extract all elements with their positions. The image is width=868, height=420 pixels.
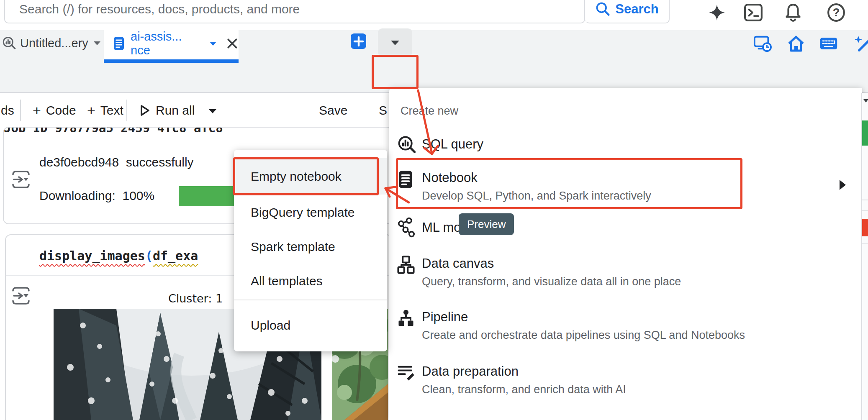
help-icon[interactable]: ? [826,3,846,23]
toolbar-divider [20,100,21,121]
notebook-icon [112,36,126,51]
minimap-line [862,200,868,200]
notifications-bell-icon[interactable] [783,3,803,23]
menu-item-label: Data preparation [422,364,519,379]
pipeline-icon [397,309,416,328]
submenu-chevron-icon[interactable] [838,179,847,191]
plus-icon [353,36,364,47]
menu-header: Create new [401,105,458,118]
add-code-button[interactable]: + Code [33,99,76,122]
output-line: de3f0ebcd948 successfully [39,155,194,169]
add-text-button[interactable]: + Text [87,99,123,122]
keyboard-icon[interactable] [819,34,838,53]
submenu-item-spark-template[interactable]: Spark template [234,230,387,264]
plus-icon: + [87,102,95,119]
tab-label: Untitled...ery [20,36,88,50]
new-tab-button[interactable] [351,33,366,49]
submenu-item-upload[interactable]: Upload [234,309,387,342]
menu-item-label: Data canvas [422,256,494,271]
caret-down-icon [863,99,868,103]
minimap-red-marker [862,219,868,236]
search-input[interactable]: Search (/) for resources, docs, products… [4,0,585,23]
data-canvas-icon [397,255,416,274]
toolbar-clipped-left-label: ds [1,103,14,118]
menu-item-pipeline[interactable]: Pipeline Create and orchestrate data pip… [389,309,862,351]
submenu-item-label: Empty notebook [251,169,342,184]
active-tab-underline [104,59,239,63]
data-preparation-icon [397,363,416,382]
notebook-icon [397,169,416,189]
tab-ai-assistance[interactable]: ai-assis... nce [104,24,239,63]
cloud-shell-icon[interactable] [743,3,763,23]
menu-item-label: SQL query [422,137,483,152]
menu-item-label: Notebook [422,170,478,185]
search-placeholder: Search (/) for resources, docs, products… [19,2,300,16]
minimap-green-marker [862,120,868,146]
menu-item-data-canvas[interactable]: Data canvas Query, transform, and visual… [389,255,862,297]
editor-scrollbar-gutter[interactable] [861,93,868,420]
minimap-line [862,243,868,244]
preview-badge: Preview [459,213,514,235]
output-toggle-icon[interactable] [11,285,31,306]
home-icon[interactable] [787,34,805,53]
sql-query-icon [2,36,16,50]
cluster-title: Cluster: 1 [149,292,241,305]
menu-item-description: Develop SQL, Python, and Spark interacti… [422,190,651,202]
menu-item-data-preparation[interactable]: Data preparation Clean, transform, and e… [389,363,862,405]
tab-untitled-query[interactable]: Untitled...ery [2,24,105,62]
code-argument: df_exa [153,248,198,263]
create-new-menu: Create new SQL query Notebook Develop SQ… [389,88,862,420]
chevron-down-icon[interactable] [208,41,218,46]
toolbar-clipped-left-button[interactable]: ds [1,99,14,122]
submenu-item-bigquery-template[interactable]: BigQuery template [234,196,387,229]
output-toggle-icon[interactable] [11,169,31,190]
chevron-down-icon[interactable] [92,40,102,46]
run-all-button[interactable]: Run all [139,99,195,122]
run-options-caret[interactable] [208,108,218,114]
menu-item-description: Query, transform, and visualize data all… [422,275,681,288]
menu-item-label: Pipeline [422,310,468,325]
menu-item-description: Create and orchestrate data pipelines us… [422,329,745,342]
save-button[interactable]: Save [319,99,347,122]
bigquery-studio-screen: Search (/) for resources, docs, products… [0,0,868,420]
submenu-item-empty-notebook[interactable]: Empty notebook [234,158,387,195]
toolbar-clipped-right-button[interactable]: S [379,99,387,122]
minimap-line [862,210,868,211]
ml-model-icon [397,218,416,237]
menu-item-sql-query[interactable]: SQL query [389,132,862,157]
progress-label: Downloading: 100% [39,189,154,203]
menu-item-notebook[interactable]: Notebook Develop SQL, Python, and Spark … [389,169,862,211]
run-all-label: Run all [156,103,195,118]
submenu-item-label: Spark template [251,240,335,254]
plus-icon: + [33,102,41,119]
search-button-label: Search [615,2,658,17]
close-icon[interactable] [226,37,239,50]
svg-text:?: ? [833,6,840,19]
gemini-sparkle-icon[interactable] [707,3,727,23]
tab-label: ai-assis... nce [131,30,203,57]
toolbar-divider [126,100,127,121]
sql-query-icon [397,135,416,154]
toolbar-clipped-right-label: S [379,103,387,118]
menu-item-description: Clean, transform, and enrich data with A… [422,383,626,396]
menu-item-ml-model[interactable]: ML model Preview [389,218,862,243]
caret-down-icon [390,39,401,46]
notebook-submenu: Empty notebook BigQuery template Spark t… [234,150,387,351]
code-paren: ( [145,248,153,263]
submenu-item-label: All templates [251,274,323,288]
magic-pen-icon[interactable] [854,34,868,53]
run-icon [139,104,151,117]
display-clock-icon[interactable] [753,34,772,53]
code-editor-line[interactable]: display_images(df_exa [39,248,198,263]
search-button[interactable]: Search [585,0,670,23]
search-icon [595,2,610,17]
add-text-label: Text [100,103,123,118]
clipped-output-line: Job ID 978779a5 2459 4fc8 afc8 [4,128,238,143]
code-function: display_images [39,248,145,263]
submenu-divider [234,300,387,300]
tab-options-dropdown-button[interactable] [378,28,412,56]
submenu-item-label: Upload [251,318,290,333]
submenu-item-all-templates[interactable]: All templates [234,264,387,298]
submenu-item-label: BigQuery template [251,205,354,220]
save-label: Save [319,103,347,118]
